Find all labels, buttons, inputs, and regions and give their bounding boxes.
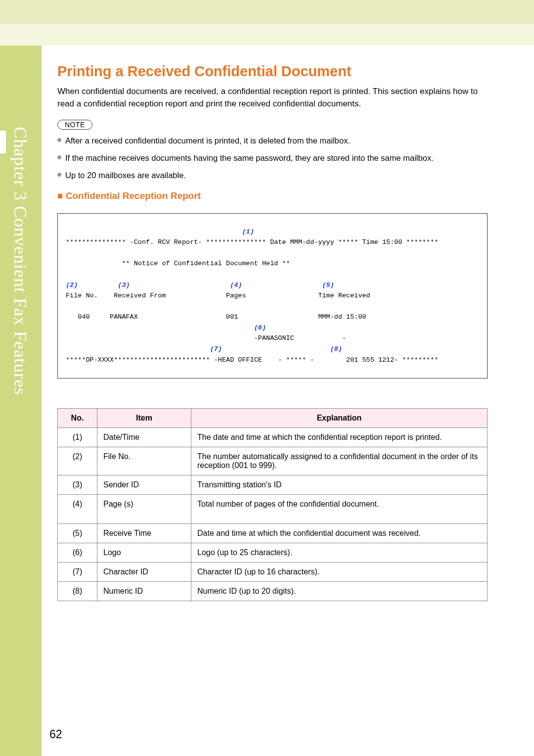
explanation-table: No. Item Explanation (1) Date/Time The d…: [57, 408, 488, 601]
col-item: Item: [97, 409, 191, 428]
sidebar-tab-indicator: [0, 131, 6, 153]
cell-item: Sender ID: [97, 475, 191, 495]
cell-no: (5): [58, 524, 97, 543]
cell-exp: Date and time at which the confidential …: [191, 524, 488, 543]
table-header-row: No. Item Explanation: [58, 409, 488, 428]
page-title: Printing a Received Confidential Documen…: [57, 63, 488, 80]
cell-no: (4): [58, 495, 97, 524]
callout-4: (4): [230, 282, 242, 289]
cell-item: Receive Time: [97, 524, 191, 543]
table-row: (3) Sender ID Transmitting station's ID: [58, 475, 488, 495]
cell-exp: The date and time at which the confident…: [191, 428, 488, 447]
report-line: -PANASONIC -: [254, 334, 346, 342]
cell-no: (1): [58, 428, 97, 447]
cell-item: Character ID: [97, 563, 191, 582]
note-list: After a received confidential document i…: [57, 135, 488, 181]
callout-6: (6): [254, 324, 266, 331]
cell-exp: The number automatically assigned to a c…: [191, 447, 488, 475]
col-no: No.: [58, 409, 97, 428]
header-background: [0, 0, 534, 46]
table-row: (6) Logo Logo (up to 25 characters).: [58, 543, 488, 563]
cell-no: (2): [58, 447, 97, 475]
table-row: (4) Page (s) Total number of pages of th…: [58, 495, 488, 524]
cell-item: Page (s): [97, 495, 191, 524]
table-row: (8) Numeric ID Numeric ID (up to 20 digi…: [58, 582, 488, 601]
section-heading: Confidential Reception Report: [57, 190, 488, 201]
cell-item: File No.: [97, 447, 191, 475]
sidebar: Chapter 3 Convenient Fax Features: [0, 46, 42, 756]
intro-paragraph: When confidential documents are received…: [57, 86, 488, 110]
report-line: ** Notice of Confidential Document Held …: [122, 260, 290, 267]
cell-item: Logo: [97, 543, 191, 563]
report-sample: (1) *************** -Conf. RCV Report- *…: [57, 213, 488, 379]
note-item: After a received confidential document i…: [57, 135, 488, 147]
table-row: (5) Receive Time Date and time at which …: [58, 524, 488, 543]
table-row: (2) File No. The number automatically as…: [58, 447, 488, 475]
cell-item: Date/Time: [97, 428, 191, 447]
note-label: NOTE: [57, 120, 92, 130]
note-item: If the machine receives documents having…: [57, 152, 488, 164]
cell-exp: Numeric ID (up to 20 digits).: [191, 582, 488, 601]
callout-1: (1): [242, 228, 254, 236]
col-explanation: Explanation: [191, 409, 488, 428]
report-line: 040 PANAFAX 001 MMM-dd 15:00: [66, 313, 366, 321]
cell-no: (8): [58, 582, 97, 601]
cell-exp: Transmitting station's ID: [191, 475, 488, 495]
callout-2: (2): [66, 282, 78, 289]
header-inner: [0, 24, 534, 46]
callout-5: (5): [322, 282, 334, 289]
note-item: Up to 20 mailboxes are available.: [57, 169, 488, 182]
cell-no: (7): [58, 563, 97, 582]
main-content: Printing a Received Confidential Documen…: [57, 63, 488, 601]
cell-exp: Total number of pages of the confidentia…: [191, 495, 488, 524]
page-number: 62: [49, 728, 62, 741]
report-line: *************** -Conf. RCV Report- *****…: [66, 238, 438, 246]
cell-no: (3): [58, 475, 97, 495]
cell-item: Numeric ID: [97, 582, 191, 601]
callout-7: (7): [210, 345, 222, 353]
cell-exp: Logo (up to 25 characters).: [191, 543, 488, 563]
report-line: File No. Received From Pages Time Receiv…: [66, 292, 370, 299]
table-row: (7) Character ID Character ID (up to 16 …: [58, 563, 488, 582]
callout-8: (8): [330, 345, 342, 353]
chapter-label: Chapter 3 Convenient Fax Features: [10, 127, 31, 395]
cell-exp: Character ID (up to 16 characters).: [191, 563, 488, 582]
report-line: *****DP-XXXX************************ -HE…: [66, 356, 438, 364]
cell-no: (6): [58, 543, 97, 563]
table-row: (1) Date/Time The date and time at which…: [58, 428, 488, 447]
callout-3: (3): [118, 282, 130, 289]
